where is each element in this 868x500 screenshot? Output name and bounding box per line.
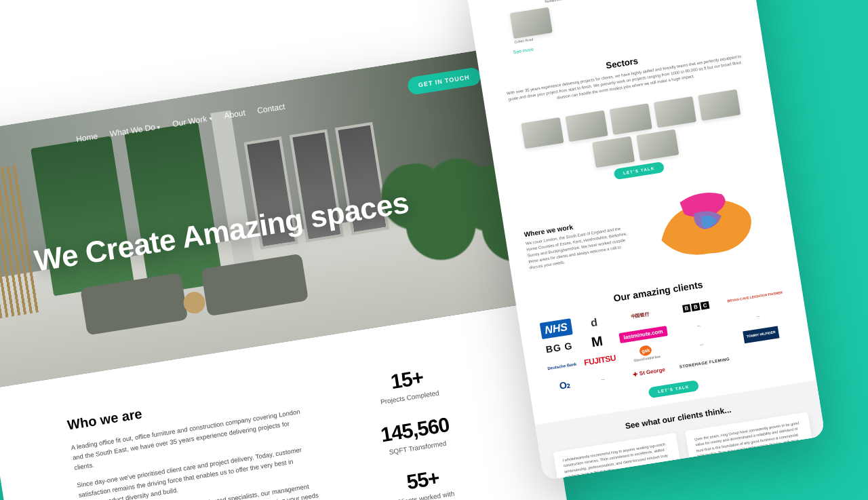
client-logo-m: M xyxy=(590,333,604,350)
sector-thumbnail[interactable] xyxy=(610,103,652,135)
mockup-hero-page: hog GROUP Home What We Do▾ Our Work▾ Abo… xyxy=(0,47,570,500)
stat-sqft: 145,560 SQFT Transformed xyxy=(330,405,502,465)
nav-home[interactable]: Home xyxy=(75,132,98,145)
lets-talk-button[interactable]: LET'S TALK xyxy=(613,161,665,180)
get-in-touch-button[interactable]: GET IN TOUCH xyxy=(406,66,481,96)
stats-column: 15+ Projects Completed 145,560 SQFT Tran… xyxy=(321,351,513,500)
client-logo-st-george: ✚ St George xyxy=(633,366,665,377)
chevron-down-icon: ▾ xyxy=(157,123,161,131)
coverage-map xyxy=(638,176,776,269)
lets-talk-button[interactable]: LET'S TALK xyxy=(648,380,700,399)
stat-clients: 55+ Clients worked with xyxy=(337,455,510,500)
nav-about[interactable]: About xyxy=(224,108,246,121)
sector-thumbnail[interactable] xyxy=(636,130,679,161)
sector-thumbnail[interactable] xyxy=(565,111,608,142)
chevron-down-icon: ▾ xyxy=(208,115,213,123)
client-logo-nhs: NHS xyxy=(540,318,573,339)
client-logo-lastminute: lastminute.com xyxy=(618,326,667,343)
client-logo-unknown: — xyxy=(601,377,605,381)
client-logo-deutsche-bank: Deutsche Bank xyxy=(547,362,577,370)
client-logo-o2: O₂ xyxy=(559,379,572,391)
client-logo-unknown: — xyxy=(700,342,704,347)
client-logo-stonehage-fleming: STONEHAGE FLEMING xyxy=(679,357,730,369)
sector-thumbnail[interactable] xyxy=(592,136,635,168)
client-logo-bbc: BBC xyxy=(682,301,710,312)
client-logo-fujitsu: FUJITSU xyxy=(583,353,616,367)
sector-thumbnail[interactable] xyxy=(654,96,696,128)
nav-our-work[interactable]: Our Work▾ xyxy=(172,113,213,129)
client-logo-tommy-hilfiger: TOMMY HILFIGER xyxy=(743,326,779,343)
client-logo-bryan-cave: BRYAN CAVE LEIGHTON PAISNER xyxy=(727,291,783,303)
client-logo-unknown: — xyxy=(756,313,760,318)
brand-logo[interactable]: hog GROUP xyxy=(0,139,1,170)
stat-projects: 15+ Projects Completed xyxy=(321,355,494,415)
client-logo-d: d xyxy=(590,316,598,329)
sector-thumbnail[interactable] xyxy=(521,117,564,149)
nav-what-we-do[interactable]: What We Do▾ xyxy=(109,121,161,139)
nav-contact[interactable]: Contact xyxy=(256,102,285,115)
sector-thumbnail[interactable] xyxy=(698,90,741,121)
client-logo-unknown: — xyxy=(696,323,701,328)
client-logo-bgg: BG G xyxy=(545,340,574,355)
stat-value: 55+ xyxy=(337,455,508,500)
client-logo-gsk: gsk xyxy=(639,345,652,357)
client-logo-bank-of-china: 中国银行 xyxy=(631,311,650,320)
